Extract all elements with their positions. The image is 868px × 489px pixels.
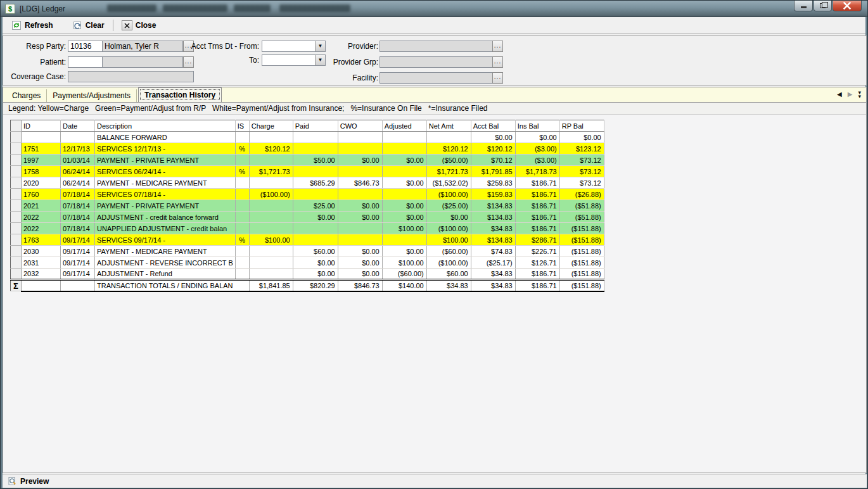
- col-header-charge[interactable]: Charge: [249, 120, 293, 132]
- row-selector[interactable]: [11, 269, 22, 280]
- cell-net_amt: ($100.00): [426, 189, 471, 200]
- row-selector[interactable]: [11, 200, 22, 212]
- provider-browse-button[interactable]: ...: [492, 41, 503, 52]
- row-selector[interactable]: [11, 212, 22, 223]
- row-selector[interactable]: [11, 177, 22, 189]
- patient-label: Patient:: [3, 56, 66, 68]
- provider-grp-field: [380, 56, 493, 68]
- cell-paid: $60.00: [293, 246, 338, 257]
- row-selector[interactable]: [11, 166, 22, 177]
- cell-cwo: $0.00: [338, 155, 382, 166]
- row-selector[interactable]: [11, 132, 22, 143]
- cell-description: PAYMENT - MEDICARE PAYMENT: [95, 246, 236, 257]
- provider-grp-browse-button[interactable]: ...: [492, 56, 503, 68]
- col-header-ins_bal[interactable]: Ins Bal: [515, 120, 559, 132]
- minimize-button[interactable]: [794, 1, 813, 11]
- table-row[interactable]: 202006/24/14PAYMENT - MEDICARE PAYMENT$6…: [11, 177, 604, 189]
- table-row[interactable]: 202207/18/14ADJUSTMENT - credit balance …: [11, 212, 604, 223]
- totals-rp_bal: ($151.88): [559, 280, 604, 291]
- cell-net_amt: ($60.00): [426, 246, 471, 257]
- table-row[interactable]: 203209/17/14ADJUSTMENT - Refund$0.00$0.0…: [11, 269, 604, 280]
- col-header-rp_bal[interactable]: RP Bal: [559, 120, 604, 132]
- table-row[interactable]: 175112/17/13SERVICES 12/17/13 -%$120.12$…: [11, 143, 604, 155]
- tab-list-chevron-icon[interactable]: ▾▾: [858, 91, 861, 98]
- close-button[interactable]: Close: [118, 18, 160, 32]
- col-header-net_amt[interactable]: Net Amt: [426, 120, 471, 132]
- cell-paid: [293, 132, 338, 143]
- row-selector[interactable]: [11, 257, 22, 269]
- window-close-button[interactable]: [833, 1, 862, 11]
- col-header-date[interactable]: Date: [61, 120, 95, 132]
- table-row[interactable]: BALANCE FORWARD$0.00$0.00$0.00: [11, 132, 604, 143]
- cell-ins_bal: $286.71: [515, 234, 559, 246]
- cell-is: [235, 189, 249, 200]
- row-selector[interactable]: [11, 223, 22, 234]
- cell-id: 2022: [22, 223, 61, 234]
- cell-charge: [249, 257, 293, 269]
- col-header-acct_bal[interactable]: Acct Bal: [471, 120, 515, 132]
- cell-is: %: [235, 234, 249, 246]
- cell-charge: $120.12: [249, 143, 293, 155]
- cell-date: 09/17/14: [61, 234, 95, 246]
- col-header-id[interactable]: ID: [22, 120, 61, 132]
- row-selector[interactable]: [11, 155, 22, 166]
- cell-ins_bal: $186.71: [515, 189, 559, 200]
- cell-description: PAYMENT - PRIVATE PAYMENT: [95, 200, 236, 212]
- cell-rp_bal: $0.00: [559, 132, 604, 143]
- table-row[interactable]: 175806/24/14SERVICES 06/24/14 -%$1,721.7…: [11, 166, 604, 177]
- cell-adjusted: [382, 143, 426, 155]
- cell-paid: $0.00: [293, 212, 338, 223]
- cell-acct_bal: $134.83: [471, 234, 515, 246]
- cell-is: [235, 212, 249, 223]
- cell-acct_bal: $134.83: [471, 212, 515, 223]
- tab-scroll-right-icon[interactable]: ▶: [848, 90, 853, 99]
- preview-button[interactable]: Preview: [7, 476, 49, 486]
- cell-acct_bal: $34.83: [471, 269, 515, 280]
- table-row[interactable]: 199701/03/14PAYMENT - PRIVATE PAYMENT$50…: [11, 155, 604, 166]
- cell-date: 07/18/14: [61, 223, 95, 234]
- cell-is: [235, 246, 249, 257]
- totals-cwo: $846.73: [338, 280, 382, 291]
- tab-transaction-history[interactable]: Transaction History: [138, 87, 222, 102]
- tab-scroll-left-icon[interactable]: ◀: [837, 90, 842, 99]
- cell-cwo: $0.00: [338, 246, 382, 257]
- cell-rp_bal: $123.12: [559, 143, 604, 155]
- cell-is: [235, 132, 249, 143]
- col-header-is[interactable]: IS: [235, 120, 249, 132]
- cell-date: 12/17/13: [61, 143, 95, 155]
- col-header-cwo[interactable]: CWO: [338, 120, 382, 132]
- tab-charges[interactable]: Charges: [6, 89, 47, 102]
- row-selector[interactable]: [11, 143, 22, 155]
- col-header-adjusted[interactable]: Adjusted: [382, 120, 426, 132]
- cell-paid: $0.00: [293, 269, 338, 280]
- row-selector[interactable]: [11, 189, 22, 200]
- row-selector[interactable]: [11, 234, 22, 246]
- cell-cwo: [338, 223, 382, 234]
- table-row[interactable]: 202207/18/14UNAPPLIED ADJUSTMENT - credi…: [11, 223, 604, 234]
- facility-browse-button[interactable]: ...: [492, 72, 503, 84]
- cell-date: [61, 132, 95, 143]
- patient-code-field[interactable]: [68, 56, 103, 68]
- cell-id: 1763: [22, 234, 61, 246]
- tab-payments-adjustments[interactable]: Payments/Adjustments: [47, 89, 137, 102]
- table-row[interactable]: 202107/18/14PAYMENT - PRIVATE PAYMENT$25…: [11, 200, 604, 212]
- table-row[interactable]: 203009/17/14PAYMENT - MEDICARE PAYMENT$6…: [11, 246, 604, 257]
- table-row[interactable]: 176309/17/14SERVICES 09/17/14 -%$100.00$…: [11, 234, 604, 246]
- table-row[interactable]: 203109/17/14ADJUSTMENT - REVERSE INCORRE…: [11, 257, 604, 269]
- grid-body: BALANCE FORWARD$0.00$0.00$0.00175112/17/…: [11, 132, 604, 280]
- refresh-label: Refresh: [25, 21, 53, 30]
- col-header-paid[interactable]: Paid: [293, 120, 338, 132]
- resp-party-code-field[interactable]: 10136: [68, 41, 103, 52]
- row-selector[interactable]: [11, 246, 22, 257]
- filter-panel: Resp Party: 10136 Holman, Tyler R ... Pa…: [3, 35, 867, 86]
- maximize-button[interactable]: [814, 1, 832, 11]
- preview-label: Preview: [20, 477, 49, 486]
- refresh-button[interactable]: Refresh: [8, 18, 57, 32]
- cell-net_amt: $120.12: [426, 143, 471, 155]
- clear-button[interactable]: Clear: [68, 18, 108, 32]
- cell-id: 2032: [22, 269, 61, 280]
- table-row[interactable]: 176007/18/14SERVICES 07/18/14 -($100.00)…: [11, 189, 604, 200]
- cell-cwo: $0.00: [338, 269, 382, 280]
- col-header-description[interactable]: Description: [95, 120, 236, 132]
- cell-date: 09/17/14: [61, 257, 95, 269]
